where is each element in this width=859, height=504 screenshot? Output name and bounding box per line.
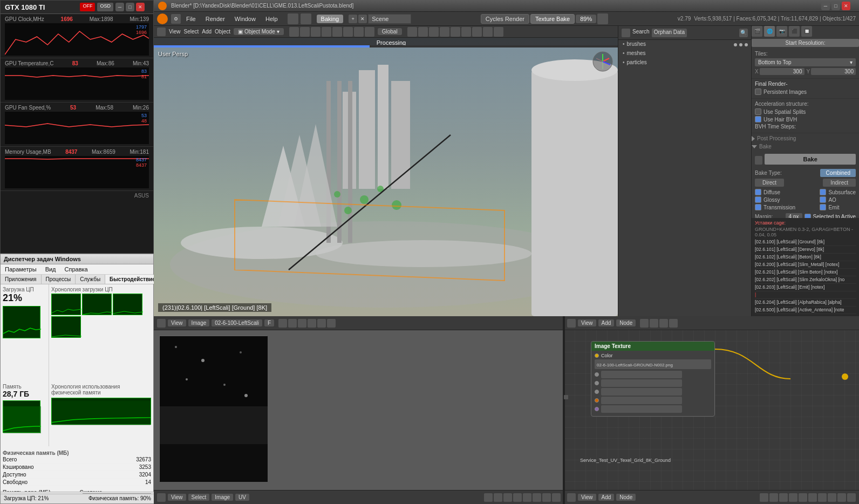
uv-footer-icon-8[interactable] <box>552 493 561 502</box>
task-tab-processes[interactable]: Процессы <box>42 275 76 284</box>
bake-type-dropdown[interactable]: Combined <box>820 169 856 177</box>
node-footer-icon-7[interactable] <box>818 493 827 502</box>
vp-icon-r7[interactable] <box>472 27 482 37</box>
material-icon-btn[interactable]: ⬛ <box>789 26 800 37</box>
outliner-particles-label[interactable]: particles <box>627 59 647 65</box>
node-footer-icon-3[interactable] <box>779 493 788 502</box>
vp-icon-r8[interactable] <box>483 27 493 37</box>
menu-help[interactable]: Help <box>261 14 282 24</box>
node-view-btn[interactable]: View <box>578 319 596 326</box>
uv-file-label[interactable]: F <box>264 319 274 326</box>
task-menu-params[interactable]: Параметры <box>3 265 39 273</box>
spatial-splits-checkbox[interactable] <box>755 108 761 115</box>
menu-file[interactable]: File <box>182 14 200 24</box>
bake-section-label[interactable]: Bake <box>759 144 772 149</box>
outliner-meshes-label[interactable]: meshes <box>627 50 646 56</box>
blender-close-btn[interactable]: ✕ <box>842 2 850 10</box>
blender-minimize-btn[interactable]: ─ <box>821 2 830 10</box>
uv-icon-3[interactable] <box>298 319 306 328</box>
y-value[interactable]: 300 <box>811 68 856 75</box>
outliner-brushes-label[interactable]: brushes <box>627 41 646 47</box>
menu-render[interactable]: Render <box>201 14 229 24</box>
node-footer-icon-9[interactable] <box>837 493 846 502</box>
blender-maximize-btn[interactable]: □ <box>831 2 840 10</box>
outliner-orphan-btn[interactable]: Orphan Data <box>652 29 687 37</box>
baking-btn[interactable]: Baking <box>317 15 344 23</box>
node-footer-icon[interactable] <box>567 493 576 502</box>
node-footer-icon-4[interactable] <box>789 493 797 502</box>
gpu-close-btn[interactable]: ✕ <box>136 3 145 11</box>
node-footer-icon-5[interactable] <box>799 493 807 502</box>
node-icon-1[interactable] <box>640 319 649 328</box>
ao-checkbox[interactable] <box>820 196 826 203</box>
gpu-off-btn[interactable]: OFF <box>80 3 95 11</box>
vis-dot[interactable] <box>734 43 737 46</box>
vis-dot[interactable] <box>745 43 748 46</box>
start-resolution-btn[interactable]: Start Resolution: <box>752 39 859 47</box>
transmission-checkbox[interactable] <box>755 204 761 210</box>
render-mode-selector[interactable]: Texture Bake <box>530 14 575 24</box>
task-menu-view[interactable]: Вид <box>43 265 58 273</box>
toolbar-icon-1[interactable] <box>288 13 298 24</box>
vp-icon-1[interactable] <box>289 27 299 37</box>
vp-icon-7[interactable] <box>354 27 364 37</box>
bake-btn[interactable]: Bake <box>765 154 856 165</box>
subsurface-checkbox[interactable] <box>820 189 826 195</box>
node-footer-view[interactable]: View <box>578 494 596 501</box>
node-signal-field[interactable] <box>601 397 682 404</box>
vp-icon-r9[interactable] <box>494 27 503 37</box>
node-footer-icon-10[interactable] <box>847 493 856 502</box>
node-canvas[interactable]: Image Texture Color 02-6-100-LeftScali-G… <box>564 330 859 490</box>
menu-window[interactable]: Window <box>230 14 260 24</box>
node-color-field-2[interactable] <box>601 379 682 387</box>
vp-icon-r4[interactable] <box>440 27 449 37</box>
select-menu-btn[interactable]: Select <box>184 29 199 35</box>
outliner-view-btn[interactable]: Search <box>632 29 650 37</box>
uv-icon-2[interactable] <box>288 319 297 328</box>
gpu-minimize-btn[interactable]: ─ <box>115 3 124 11</box>
vp-icon-r6[interactable] <box>461 27 471 37</box>
node-footer-icon-6[interactable] <box>808 493 817 502</box>
uv-canvas[interactable] <box>154 330 563 490</box>
viewport-3d-scene[interactable]: Processing User Persp (231)|02.6.100| [L… <box>154 38 618 316</box>
diffuse-checkbox[interactable] <box>755 189 761 195</box>
node-color-field-1[interactable] <box>601 371 682 378</box>
vis-dot[interactable] <box>739 43 742 46</box>
hair-bvh-checkbox[interactable] <box>755 116 761 122</box>
vp-icon-5[interactable] <box>332 27 342 37</box>
uv-footer-icon-5[interactable] <box>523 493 531 502</box>
render-close-btn[interactable] <box>597 13 608 24</box>
editor-divider[interactable] <box>563 316 565 504</box>
vp-icon-r2[interactable] <box>418 27 428 37</box>
node-add-btn[interactable]: Add <box>598 319 615 326</box>
vp-icon-3[interactable] <box>311 27 321 37</box>
x-value[interactable]: 300 <box>760 68 805 75</box>
uv-file-btn[interactable]: 02-6-100-LeftScali <box>212 319 262 326</box>
global-dropdown[interactable]: Global <box>378 28 402 35</box>
uv-image-btn[interactable]: Image <box>188 319 210 326</box>
uv-icon-6[interactable] <box>327 319 336 328</box>
node-icon-2[interactable] <box>650 319 658 328</box>
uv-footer-icon-7[interactable] <box>542 493 551 502</box>
object-menu-btn[interactable]: Object <box>215 29 230 35</box>
outliner-search-icon[interactable]: 🔍 <box>739 29 748 37</box>
uv-footer-image[interactable]: Image <box>212 494 233 501</box>
uv-footer-select[interactable]: Select <box>188 494 210 501</box>
uv-view-btn[interactable]: View <box>168 319 186 326</box>
node-footer-icon-1[interactable] <box>760 493 768 502</box>
gear-icon[interactable]: ⚙ <box>171 14 181 24</box>
engine-selector[interactable]: Cycles Render <box>481 14 529 24</box>
vp-icon-r5[interactable] <box>451 27 460 37</box>
uv-footer-view[interactable]: View <box>168 494 186 501</box>
scene-icon-btn[interactable]: 🌐 <box>764 26 775 37</box>
node-footer-add[interactable]: Add <box>598 494 615 501</box>
vp-icon-r3[interactable] <box>429 27 439 37</box>
object-mode-dropdown[interactable]: ▣ Object Mode ▾ <box>234 28 284 35</box>
task-tab-apps[interactable]: Приложения <box>1 275 42 284</box>
node-node-btn[interactable]: Node <box>616 319 636 326</box>
render-icon-btn[interactable]: 🎬 <box>752 26 762 37</box>
view-menu-btn[interactable]: View <box>169 29 181 35</box>
node-footer-icon-8[interactable] <box>828 493 836 502</box>
task-tab-performance[interactable]: Быстродействие <box>105 275 160 284</box>
node-footer-node[interactable]: Node <box>616 494 636 501</box>
